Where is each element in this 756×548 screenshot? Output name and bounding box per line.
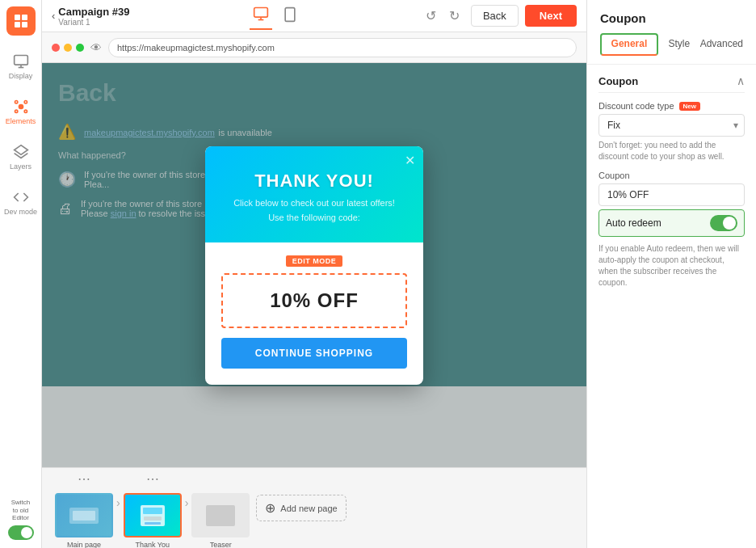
add-new-page-button[interactable]: ⊕ Add new page <box>256 495 346 521</box>
coupon-section-header: Coupon ∧ <box>598 74 745 93</box>
svg-rect-2 <box>15 22 20 27</box>
sidebar-item-devmode[interactable]: Dev mode <box>3 181 39 223</box>
svg-point-11 <box>24 110 27 112</box>
coupon-section-collapse[interactable]: ∧ <box>737 74 745 87</box>
discount-type-select[interactable]: Fix <box>598 114 745 137</box>
thank-you-popup: ✕ THANK YOU! Click below to check out ou… <box>205 146 423 385</box>
browser-preview: 👁 https://makeupmagictest.myshopify.com … <box>42 32 586 467</box>
sidebar-item-elements[interactable]: Elements <box>3 91 39 133</box>
undo-button[interactable]: ↺ <box>421 6 441 25</box>
sidebar-bottom: Switch to old Editor <box>0 499 41 548</box>
thumbnail-teaser[interactable]: Teaser <box>191 467 250 548</box>
right-panel: Coupon General Style Advanced Coupon ∧ D… <box>586 0 756 548</box>
sidebar-item-elements-label: Elements <box>6 117 36 125</box>
dot-red <box>52 44 60 52</box>
next-button[interactable]: Next <box>525 5 577 27</box>
plus-icon: ⊕ <box>265 500 275 516</box>
svg-rect-22 <box>144 516 162 521</box>
url-bar[interactable]: https://makeupmagictest.myshopify.com <box>108 38 577 57</box>
eye-icon: 👁 <box>90 41 102 54</box>
discount-type-label: Discount code type New <box>598 101 745 111</box>
popup-overlay: ✕ THANK YOU! Click below to check out ou… <box>42 63 586 467</box>
svg-rect-24 <box>206 505 235 526</box>
url-text: https://makeupmagictest.myshopify.com <box>117 43 275 53</box>
coupon-input-label: Coupon <box>598 171 745 180</box>
coupon-input[interactable] <box>598 183 745 206</box>
discount-type-select-wrapper: Fix <box>598 114 745 137</box>
campaign-title: Campaign #39 <box>58 6 129 18</box>
sidebar-item-display-label: Display <box>9 72 33 80</box>
back-to-campaigns[interactable]: ‹ Campaign #39 Variant 1 <box>52 6 130 27</box>
popup-title: THANK YOU! <box>221 171 407 192</box>
svg-point-8 <box>15 100 17 103</box>
top-bar: ‹ Campaign #39 Variant 1 <box>42 0 586 32</box>
sidebar-item-layers-label: Layers <box>10 162 32 171</box>
undo-redo-group: ↺ ↻ <box>421 6 464 25</box>
coupon-code-box[interactable]: 10% OFF <box>221 273 407 328</box>
tab-style[interactable]: Style <box>658 33 700 56</box>
sidebar-item-layers[interactable]: Layers <box>3 136 39 178</box>
coupon-section-title: Coupon <box>598 75 638 87</box>
svg-rect-4 <box>14 55 27 65</box>
left-sidebar: Display Elements Layers Dev mode Switch … <box>0 0 42 548</box>
thumbnail-thank-you-label: Thank You <box>135 541 170 548</box>
mobile-device-icon[interactable] <box>279 3 301 29</box>
app-logo[interactable] <box>6 6 36 36</box>
dot-green <box>76 44 84 52</box>
page-arrow-2: › <box>185 496 189 521</box>
new-badge: New <box>679 102 700 111</box>
tab-general[interactable]: General <box>600 33 658 56</box>
back-button[interactable]: Back <box>471 5 519 27</box>
page-arrow-1: › <box>116 496 120 521</box>
browser-dots <box>52 44 84 52</box>
browser-bar: 👁 https://makeupmagictest.myshopify.com <box>42 32 586 63</box>
edit-mode-badge: EDIT MODE <box>286 255 343 267</box>
popup-subtitle: Click below to check out our latest offe… <box>221 198 407 208</box>
auto-redeem-toggle[interactable] <box>710 215 737 231</box>
popup-body: EDIT MODE 10% OFF CONTINUE SHOPPING <box>205 242 423 385</box>
svg-rect-13 <box>254 7 267 17</box>
old-editor-toggle[interactable] <box>8 525 34 540</box>
desktop-device-icon[interactable] <box>250 2 272 30</box>
thumbnail-teaser-label: Teaser <box>210 541 232 548</box>
tab-advanced[interactable]: Advanced <box>700 33 743 56</box>
panel-content: Coupon ∧ Discount code type New Fix Don'… <box>587 65 756 548</box>
discount-type-note: Don't forget: you need to add the discou… <box>598 140 745 162</box>
svg-rect-16 <box>285 7 295 21</box>
continue-shopping-button[interactable]: CONTINUE SHOPPING <box>221 338 407 369</box>
device-switcher <box>136 2 414 30</box>
back-arrow-icon: ‹ <box>52 10 55 22</box>
campaign-subtitle: Variant 1 <box>58 18 129 27</box>
page-thumbnails: ⋯ Main page › ⋯ Thank You <box>42 467 586 548</box>
auto-redeem-row: Auto redeem <box>598 209 745 237</box>
top-actions: ↺ ↻ Back Next <box>421 5 577 27</box>
switch-to-old-editor-label: Switch to old Editor <box>11 499 31 522</box>
svg-rect-1 <box>22 15 27 20</box>
main-area: ‹ Campaign #39 Variant 1 <box>42 0 586 548</box>
svg-rect-21 <box>143 508 162 514</box>
svg-marker-12 <box>14 145 27 154</box>
thumbnail-main-page[interactable]: ⋯ Main page <box>55 467 113 548</box>
thumbnail-main-page-label: Main page <box>67 541 101 548</box>
dot-yellow <box>64 44 72 52</box>
svg-point-9 <box>24 100 27 103</box>
popup-instruction: Use the following code: <box>221 213 407 222</box>
svg-rect-3 <box>22 22 27 27</box>
add-page-label: Add new page <box>280 504 337 513</box>
svg-point-7 <box>18 103 23 109</box>
auto-redeem-label: Auto redeem <box>606 217 662 229</box>
sidebar-item-display[interactable]: Display <box>3 45 39 87</box>
thumbnail-thank-you[interactable]: ⋯ Thank You <box>124 467 182 548</box>
auto-redeem-note: If you enable Auto redeem, then we will … <box>598 243 745 289</box>
redo-button[interactable]: ↻ <box>444 6 464 25</box>
panel-header: Coupon General Style Advanced <box>587 0 756 65</box>
panel-title: Coupon <box>600 11 743 25</box>
popup-header: ✕ THANK YOU! Click below to check out ou… <box>205 146 423 242</box>
svg-rect-19 <box>73 511 95 521</box>
svg-point-10 <box>15 110 17 112</box>
sidebar-item-devmode-label: Dev mode <box>4 208 37 216</box>
panel-tabs: General Style Advanced <box>600 33 743 56</box>
popup-close-button[interactable]: ✕ <box>405 153 415 168</box>
coupon-code-text: 10% OFF <box>237 289 391 312</box>
svg-rect-23 <box>145 522 161 525</box>
